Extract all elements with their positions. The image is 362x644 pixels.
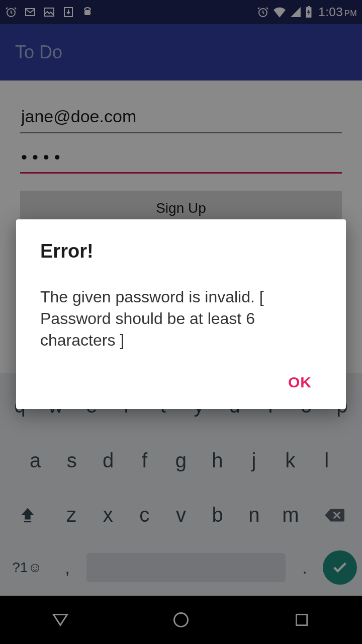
- dialog-title: Error!: [40, 240, 322, 262]
- dialog-ok-button[interactable]: OK: [278, 368, 322, 397]
- dialog-message: The given password is invalid. [ Passwor…: [40, 286, 322, 352]
- dialog-actions: OK: [40, 368, 322, 397]
- error-dialog: Error! The given password is invalid. [ …: [16, 219, 346, 409]
